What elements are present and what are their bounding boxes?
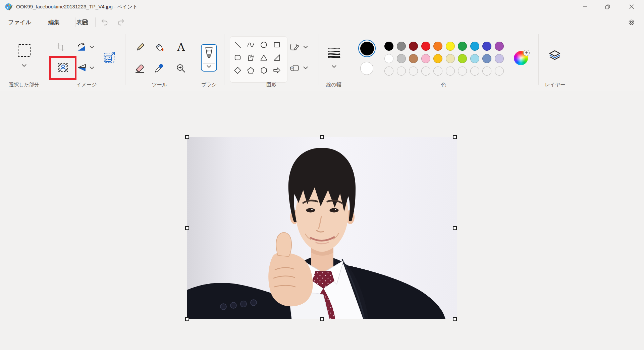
menu-item-編集[interactable]: 編集 xyxy=(46,17,62,28)
custom-color-slot[interactable] xyxy=(384,67,393,76)
section-label-selection: 選択した部分 xyxy=(0,81,48,89)
color-swatch[interactable] xyxy=(421,42,430,51)
settings-button[interactable] xyxy=(625,15,638,29)
magnifier-tool-button[interactable] xyxy=(174,62,187,75)
chevron-down-icon xyxy=(303,66,308,70)
shape-fill-button[interactable] xyxy=(288,62,301,73)
shape-oval[interactable] xyxy=(257,38,270,51)
brush-selector-button[interactable] xyxy=(201,44,217,72)
color-swatch[interactable] xyxy=(470,54,479,63)
shape-curve[interactable] xyxy=(244,38,257,51)
canvas-area[interactable] xyxy=(0,91,644,350)
redo-button[interactable] xyxy=(114,15,127,29)
line-width-dropdown[interactable] xyxy=(330,64,338,69)
shape-arrow-right[interactable] xyxy=(270,64,283,77)
selection-handle-w[interactable] xyxy=(185,226,189,230)
selection-handle-nw[interactable] xyxy=(185,135,189,139)
shape-outline-dropdown[interactable] xyxy=(302,44,310,50)
shape-triangle[interactable] xyxy=(257,51,270,64)
color-swatch[interactable] xyxy=(458,42,467,51)
selection-handle-n[interactable] xyxy=(320,135,324,139)
color-swatch[interactable] xyxy=(409,54,418,63)
custom-color-slot[interactable] xyxy=(421,67,430,76)
close-button[interactable] xyxy=(625,0,639,13)
custom-color-slot[interactable] xyxy=(470,67,479,76)
shape-right-triangle[interactable] xyxy=(270,51,283,64)
color-swatch[interactable] xyxy=(384,54,393,63)
shape-outline-button[interactable] xyxy=(288,42,301,52)
crop-button[interactable] xyxy=(54,41,67,53)
pencil-tool-button[interactable] xyxy=(133,41,146,54)
fill-tool-button[interactable] xyxy=(153,41,166,54)
save-button[interactable] xyxy=(78,15,92,29)
rotate-button[interactable] xyxy=(76,42,87,52)
secondary-color-selector[interactable] xyxy=(360,62,373,75)
flip-options-dropdown[interactable] xyxy=(88,65,96,71)
color-swatch[interactable] xyxy=(433,54,442,63)
primary-color-swatch xyxy=(360,42,374,55)
color-swatch[interactable] xyxy=(482,42,491,51)
custom-color-slot[interactable] xyxy=(458,67,467,76)
shape-diamond-icon xyxy=(233,66,242,75)
selection-tool-button[interactable] xyxy=(15,41,34,60)
color-swatch[interactable] xyxy=(458,54,467,63)
section-label-line-width: 線の幅 xyxy=(319,81,349,89)
custom-color-slot[interactable] xyxy=(482,67,491,76)
flip-button[interactable] xyxy=(76,62,87,73)
shape-rounded-rectangle[interactable] xyxy=(231,51,244,64)
shape-pentagon-icon xyxy=(247,66,255,75)
custom-color-slot[interactable] xyxy=(446,67,455,76)
color-swatch[interactable] xyxy=(495,54,504,63)
shape-rectangle[interactable] xyxy=(270,38,283,51)
color-picker-tool-button[interactable] xyxy=(153,62,166,75)
shape-fill-dropdown[interactable] xyxy=(302,65,310,71)
line-width-button[interactable] xyxy=(326,45,342,60)
menu-bar: ファイル編集表示 xyxy=(0,13,644,31)
section-divider xyxy=(349,34,349,85)
custom-color-slot[interactable] xyxy=(409,67,418,76)
color-swatch[interactable] xyxy=(384,42,393,51)
paint-app-window: { "window": { "title": "OOK99_facebookii… xyxy=(0,0,644,350)
selection-options-dropdown[interactable] xyxy=(19,62,29,69)
shape-hexagon[interactable] xyxy=(257,64,270,77)
color-swatch[interactable] xyxy=(397,54,406,63)
text-tool-button[interactable]: A xyxy=(174,40,188,54)
color-swatch[interactable] xyxy=(433,42,442,51)
color-swatch[interactable] xyxy=(482,54,491,63)
custom-color-slot[interactable] xyxy=(495,67,504,76)
menu-separator xyxy=(95,17,96,27)
rotate-options-dropdown[interactable] xyxy=(88,44,96,50)
section-divider xyxy=(224,34,224,85)
selection-handle-s[interactable] xyxy=(320,317,324,321)
canvas-image[interactable] xyxy=(187,137,457,319)
shape-polygon[interactable] xyxy=(244,51,257,64)
color-swatch[interactable] xyxy=(397,42,406,51)
primary-color-selector[interactable] xyxy=(358,40,376,57)
selection-handle-se[interactable] xyxy=(453,317,457,321)
selection-handle-ne[interactable] xyxy=(453,135,457,139)
color-swatch[interactable] xyxy=(446,54,455,63)
eraser-tool-button[interactable] xyxy=(133,62,146,75)
resize-button[interactable] xyxy=(101,50,118,65)
chevron-down-icon xyxy=(22,64,26,67)
color-swatch[interactable] xyxy=(470,42,479,51)
custom-color-slot[interactable] xyxy=(397,67,406,76)
layers-button[interactable] xyxy=(547,48,563,63)
shape-curve-icon xyxy=(247,41,255,49)
undo-button[interactable] xyxy=(98,15,111,29)
section-divider xyxy=(194,34,194,85)
shape-diamond[interactable] xyxy=(231,64,244,77)
color-swatch[interactable] xyxy=(421,54,430,63)
shape-line[interactable] xyxy=(231,38,244,51)
minimize-button[interactable] xyxy=(578,0,592,13)
custom-color-slot[interactable] xyxy=(433,67,442,76)
selection-handle-sw[interactable] xyxy=(185,317,189,321)
color-swatch[interactable] xyxy=(446,42,455,51)
text-tool-icon: A xyxy=(177,42,185,52)
restore-button[interactable] xyxy=(600,0,614,13)
shape-pentagon[interactable] xyxy=(244,64,257,77)
selection-handle-e[interactable] xyxy=(453,226,457,230)
color-swatch[interactable] xyxy=(409,42,418,51)
menu-item-ファイル[interactable]: ファイル xyxy=(5,17,34,28)
color-swatch[interactable] xyxy=(495,42,504,51)
